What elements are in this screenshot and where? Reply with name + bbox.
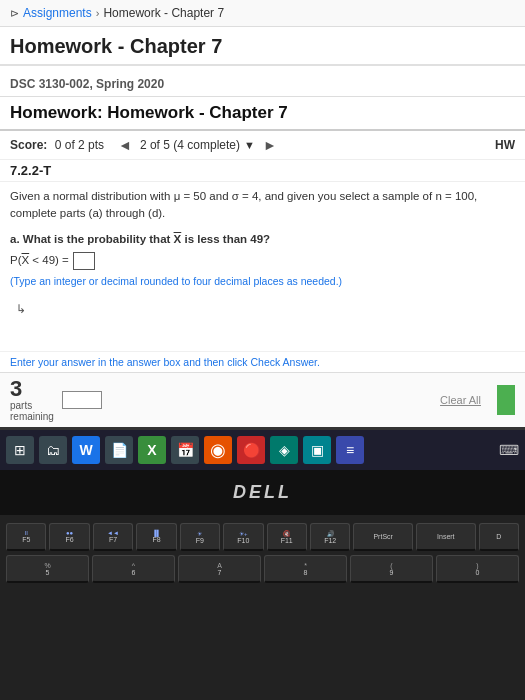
part-a-label: a. What is the probability that X is les…: [10, 231, 515, 248]
excel-taskbar-icon[interactable]: X: [138, 436, 166, 464]
keyboard-icon[interactable]: ⌨: [499, 442, 519, 458]
parts-info: 3 parts remaining: [10, 378, 54, 422]
prev-arrow[interactable]: ◄: [114, 136, 136, 154]
prtscr-key[interactable]: PrtScr: [353, 523, 413, 551]
f11-key[interactable]: 🔇F11: [267, 523, 307, 551]
keyboard-area: IIF5 ●●F6 ◄◄F7 ▐▌F8 ☀F9 ☀+F10 🔇F11 🔊F12 …: [0, 515, 525, 700]
pagination-area: ◄ 2 of 5 (4 complete) ▼ ►: [114, 136, 281, 154]
caret-key[interactable]: ^6: [92, 555, 175, 583]
given-text: Given a normal distribution with μ = 50 …: [10, 188, 515, 223]
firefox-taskbar-icon[interactable]: 🔴: [237, 436, 265, 464]
parts-number: 3: [10, 378, 54, 400]
assignments-link[interactable]: Assignments: [23, 6, 92, 20]
score-row: Score: 0 of 2 pts ◄ 2 of 5 (4 complete) …: [0, 131, 525, 160]
percent-key[interactable]: %5: [6, 555, 89, 583]
page-title: Homework - Chapter 7: [10, 35, 515, 58]
f9-key[interactable]: ☀F9: [180, 523, 220, 551]
parts-label: parts: [10, 400, 54, 411]
lparen-key[interactable]: (9: [350, 555, 433, 583]
rparen-key[interactable]: )0: [436, 555, 519, 583]
clear-all-button[interactable]: Clear All: [440, 394, 481, 406]
file-explorer-taskbar-icon[interactable]: 🗂: [39, 436, 67, 464]
f10-key[interactable]: ☀+F10: [223, 523, 263, 551]
f6-key[interactable]: ●●F6: [49, 523, 89, 551]
hw-abbr: HW: [495, 138, 515, 152]
assignment-title: Homework: Homework - Chapter 7: [10, 103, 515, 123]
inline-answer-box[interactable]: [73, 252, 95, 270]
taskbar: ⊞ 🗂 W 📄 X 📅 ◉ 🔴 ◈ ▣ ≡ ⌨: [0, 430, 525, 470]
d-key[interactable]: D: [479, 523, 519, 551]
word-taskbar-icon[interactable]: W: [72, 436, 100, 464]
assignment-header: Homework: Homework - Chapter 7: [0, 97, 525, 131]
prob-line: P(X < 49) =: [10, 252, 515, 270]
breadcrumb: ⊳ Assignments › Homework - Chapter 7: [0, 0, 525, 27]
dell-area: DELL: [0, 470, 525, 515]
check-answer-button[interactable]: [497, 385, 515, 415]
app2-taskbar-icon[interactable]: ▣: [303, 436, 331, 464]
f7-key[interactable]: ◄◄F7: [93, 523, 133, 551]
insert-key[interactable]: Insert: [416, 523, 476, 551]
home-icon: ⊳: [10, 7, 19, 20]
note-text: (Type an integer or decimal rounded to f…: [10, 274, 515, 290]
chrome-taskbar-icon[interactable]: ◉: [204, 436, 232, 464]
num-key-row: %5 ^6 A7 *8 (9 )0: [4, 555, 521, 583]
f5-key[interactable]: IIF5: [6, 523, 46, 551]
screen-area: ⊳ Assignments › Homework - Chapter 7 Hom…: [0, 0, 525, 430]
app1-taskbar-icon[interactable]: ◈: [270, 436, 298, 464]
f12-key[interactable]: 🔊F12: [310, 523, 350, 551]
search-taskbar-icon[interactable]: ⊞: [6, 436, 34, 464]
course-info: DSC 3130-002, Spring 2020: [0, 66, 525, 97]
page-dropdown[interactable]: ▼: [244, 139, 255, 151]
taskbar-right: ⌨: [499, 442, 519, 458]
course-label: DSC 3130-002, Spring 2020: [10, 77, 164, 91]
asterisk-key[interactable]: *8: [264, 555, 347, 583]
breadcrumb-current: Homework - Chapter 7: [103, 6, 224, 20]
file-taskbar-icon[interactable]: 📄: [105, 436, 133, 464]
calendar-taskbar-icon[interactable]: 📅: [171, 436, 199, 464]
next-arrow[interactable]: ►: [259, 136, 281, 154]
remaining-label: remaining: [10, 411, 54, 422]
question-content: Given a normal distribution with μ = 50 …: [0, 182, 525, 351]
page-info: 2 of 5 (4 complete): [140, 138, 240, 152]
bottom-bar: 3 parts remaining Clear All: [0, 372, 525, 427]
network-taskbar-icon[interactable]: ≡: [336, 436, 364, 464]
breadcrumb-separator: ›: [96, 7, 100, 19]
fn-key-row: IIF5 ●●F6 ◄◄F7 ▐▌F8 ☀F9 ☀+F10 🔇F11 🔊F12 …: [4, 523, 521, 551]
answer-instruction: Enter your answer in the answer box and …: [0, 351, 525, 372]
answer-input[interactable]: [62, 391, 102, 409]
cursor: ↳: [16, 300, 26, 318]
prob-expression: P(X < 49) =: [10, 252, 69, 269]
f8-key[interactable]: ▐▌F8: [136, 523, 176, 551]
question-number: 7.2.2-T: [0, 160, 525, 182]
dell-logo: DELL: [233, 482, 292, 503]
page-title-area: Homework - Chapter 7: [0, 27, 525, 66]
score-label: Score: 0 of 2 pts: [10, 138, 104, 152]
ampersand-key[interactable]: A7: [178, 555, 261, 583]
